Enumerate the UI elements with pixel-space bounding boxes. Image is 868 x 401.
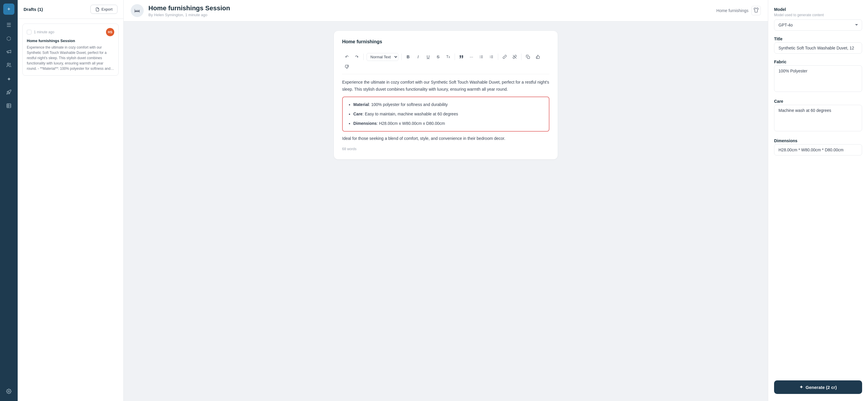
draft-checkbox[interactable] bbox=[27, 30, 31, 34]
generate-icon: ✦ bbox=[799, 384, 803, 390]
list-item-care-text: : Easy to maintain, machine washable at … bbox=[363, 112, 458, 116]
model-title: Model bbox=[774, 7, 862, 12]
sidebar-icon-settings[interactable] bbox=[3, 386, 14, 398]
thumbs-up-button[interactable] bbox=[533, 52, 542, 62]
editor-body[interactable]: Experience the ultimate in cozy comfort … bbox=[342, 79, 550, 142]
sidebar-icon-megaphone[interactable] bbox=[3, 47, 14, 58]
users-icon bbox=[6, 62, 11, 69]
bullet-list-button[interactable] bbox=[477, 52, 486, 62]
tag-icon: ⬡ bbox=[6, 35, 11, 42]
toolbar-divider-3 bbox=[455, 54, 455, 60]
sidebar-icon-sparkle[interactable]: ✦ bbox=[3, 73, 14, 85]
sidebar-icon-rocket[interactable] bbox=[3, 87, 14, 98]
undo-button[interactable]: ↶ bbox=[342, 52, 351, 62]
right-panel: Model Model used to generate content GPT… bbox=[768, 0, 868, 401]
redo-button[interactable]: ↷ bbox=[352, 52, 362, 62]
draft-card-title: Home furnishings Session bbox=[27, 38, 114, 43]
fabric-section: Fabric 100% Polyester bbox=[774, 59, 862, 93]
model-select[interactable]: GPT-4o bbox=[774, 20, 862, 31]
unlink-button[interactable] bbox=[510, 52, 519, 62]
export-icon bbox=[95, 7, 99, 11]
shirt-icon bbox=[753, 7, 759, 14]
thumbs-down-button[interactable] bbox=[342, 62, 351, 71]
link-button[interactable] bbox=[500, 52, 509, 62]
list-item-dimensions-label: Dimensions bbox=[353, 121, 377, 126]
editor-topbar: 🛏 Home furnishings Session By Helen Symi… bbox=[124, 0, 768, 22]
sparkle-icon: ✦ bbox=[7, 76, 11, 83]
rocket-icon bbox=[6, 90, 11, 96]
draft-card-meta: 1 minute ago bbox=[27, 30, 54, 34]
svg-rect-1 bbox=[7, 104, 11, 108]
plus-icon: + bbox=[7, 6, 10, 12]
editor-toolbar: ↶ ↷ Normal Text B I U S Tx ··· bbox=[342, 50, 550, 74]
generate-button[interactable]: ✦ Generate (2 cr) bbox=[774, 380, 862, 394]
list-item-dimensions-text: : H28.00cm x W80.00cm x D80.00cm bbox=[377, 121, 445, 126]
toolbar-divider-2 bbox=[401, 54, 402, 60]
editor-outro: Ideal for those seeking a blend of comfo… bbox=[342, 135, 550, 142]
svg-point-0 bbox=[7, 63, 9, 65]
session-title-block: Home furnishings Session By Helen Syming… bbox=[148, 4, 230, 17]
export-label: Export bbox=[101, 7, 113, 11]
strikethrough-button[interactable]: S bbox=[433, 52, 443, 62]
bold-button[interactable]: B bbox=[403, 52, 413, 62]
sidebar-icon-users[interactable] bbox=[3, 60, 14, 71]
model-section: Model Model used to generate content GPT… bbox=[774, 7, 862, 31]
icon-sidebar: + ☰ ⬡ ✦ bbox=[0, 0, 18, 401]
editor-card: Home furnishings ↶ ↷ Normal Text B I U S… bbox=[334, 31, 558, 159]
duplicate-button[interactable] bbox=[523, 52, 533, 62]
session-info: 🛏 Home furnishings Session By Helen Symi… bbox=[131, 4, 230, 17]
avatar: HS bbox=[106, 28, 114, 36]
settings-icon bbox=[6, 389, 11, 395]
list-item-material-label: Material bbox=[353, 102, 369, 107]
dimensions-input[interactable] bbox=[774, 144, 862, 155]
session-category-icon-box bbox=[751, 6, 761, 15]
export-button[interactable]: Export bbox=[90, 5, 118, 14]
table-icon bbox=[6, 103, 11, 110]
list-item-care-label: Care bbox=[353, 112, 363, 116]
title-label: Title bbox=[774, 36, 862, 41]
sidebar-icon-edit[interactable]: ☰ bbox=[3, 20, 14, 31]
session-right: Home furnishings bbox=[716, 6, 761, 15]
quote-button[interactable] bbox=[457, 52, 466, 62]
draft-time: 1 minute ago bbox=[34, 30, 54, 34]
session-subtitle: By Helen Symington, 1 minute ago bbox=[148, 13, 230, 17]
svg-point-9 bbox=[479, 56, 480, 56]
session-category-label: Home furnishings bbox=[716, 8, 748, 13]
drafts-panel: Drafts (1) Export 1 minute ago HS Home f… bbox=[18, 0, 124, 401]
toolbar-divider-1 bbox=[363, 54, 364, 60]
generate-label: Generate (2 cr) bbox=[806, 385, 837, 390]
editor-card-heading: Home furnishings bbox=[342, 39, 550, 44]
word-count: 68 words bbox=[342, 147, 550, 151]
fabric-input[interactable]: 100% Polyester bbox=[774, 65, 862, 92]
draft-card[interactable]: 1 minute ago HS Home furnishings Session… bbox=[22, 24, 119, 76]
svg-point-10 bbox=[479, 57, 480, 57]
ellipsis-button[interactable]: ··· bbox=[467, 52, 476, 62]
care-input[interactable]: Machine wash at 60 degrees bbox=[774, 105, 862, 131]
numbered-list-button[interactable] bbox=[487, 52, 496, 62]
editor-content: Home furnishings ↶ ↷ Normal Text B I U S… bbox=[124, 22, 768, 401]
session-icon: 🛏 bbox=[131, 4, 144, 17]
italic-button[interactable]: I bbox=[413, 52, 423, 62]
care-section: Care Machine wash at 60 degrees bbox=[774, 99, 862, 132]
list-item-material: Material: 100% polyester for softness an… bbox=[353, 101, 544, 108]
clear-format-button[interactable]: Tx bbox=[443, 52, 453, 62]
drafts-title: Drafts (1) bbox=[24, 7, 43, 12]
text-style-select[interactable]: Normal Text bbox=[367, 53, 398, 61]
editor-intro: Experience the ultimate in cozy comfort … bbox=[342, 79, 550, 93]
drafts-header: Drafts (1) Export bbox=[18, 0, 123, 19]
fabric-label: Fabric bbox=[774, 59, 862, 64]
dimensions-section: Dimensions bbox=[774, 138, 862, 155]
care-label: Care bbox=[774, 99, 862, 104]
title-input[interactable] bbox=[774, 42, 862, 54]
sidebar-icon-plus[interactable]: + bbox=[3, 3, 14, 15]
main-area: 🛏 Home furnishings Session By Helen Symi… bbox=[124, 0, 768, 401]
megaphone-icon bbox=[6, 49, 11, 56]
sidebar-icon-tag[interactable]: ⬡ bbox=[3, 33, 14, 44]
highlighted-list: Material: 100% polyester for softness an… bbox=[342, 97, 550, 132]
title-section: Title bbox=[774, 36, 862, 54]
dimensions-label: Dimensions bbox=[774, 138, 862, 143]
edit-icon: ☰ bbox=[6, 22, 11, 28]
sidebar-icon-table[interactable] bbox=[3, 101, 14, 112]
list-item-dimensions: Dimensions: H28.00cm x W80.00cm x D80.00… bbox=[353, 120, 544, 127]
underline-button[interactable]: U bbox=[424, 52, 433, 62]
